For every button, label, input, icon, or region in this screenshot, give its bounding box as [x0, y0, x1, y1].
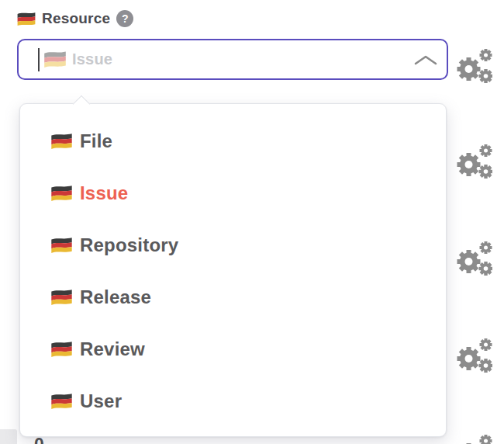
- select-placeholder: Issue: [72, 50, 112, 68]
- resource-select[interactable]: Issue: [17, 39, 448, 80]
- gears-icon[interactable]: [457, 144, 492, 179]
- de-flag-icon: [51, 185, 72, 202]
- de-flag-icon: [51, 133, 72, 150]
- option-file[interactable]: File: [20, 115, 446, 167]
- option-label: File: [80, 130, 112, 152]
- option-label: Repository: [80, 234, 178, 256]
- gears-icon[interactable]: [457, 338, 492, 373]
- option-issue[interactable]: Issue: [20, 167, 446, 219]
- de-flag-icon: [51, 393, 72, 410]
- de-flag-icon: [44, 50, 66, 68]
- background-fragment: [0, 429, 17, 444]
- gears-icon[interactable]: [457, 48, 492, 84]
- option-repository[interactable]: Repository: [20, 219, 446, 271]
- de-flag-icon: [51, 289, 72, 306]
- de-flag-icon: [51, 341, 72, 358]
- text-caret: [38, 48, 40, 71]
- resource-dropdown: File Issue Repository Release Review Use…: [19, 103, 447, 437]
- dropdown-notch: [73, 95, 91, 113]
- de-flag-icon: [51, 237, 72, 254]
- gears-icon[interactable]: [457, 434, 492, 444]
- field-label: Resource: [42, 10, 110, 27]
- field-label-row: Resource ?: [17, 10, 133, 27]
- option-label: User: [80, 390, 122, 412]
- de-flag-icon: [17, 12, 36, 26]
- option-release[interactable]: Release: [20, 271, 446, 323]
- option-review[interactable]: Review: [20, 323, 446, 375]
- gears-icon[interactable]: [457, 241, 492, 276]
- help-icon[interactable]: ?: [116, 10, 133, 27]
- option-label: Review: [80, 338, 145, 360]
- chevron-up-icon[interactable]: [414, 54, 437, 65]
- option-user[interactable]: User: [20, 375, 446, 427]
- option-label: Release: [80, 286, 151, 308]
- option-label: Issue: [80, 182, 128, 204]
